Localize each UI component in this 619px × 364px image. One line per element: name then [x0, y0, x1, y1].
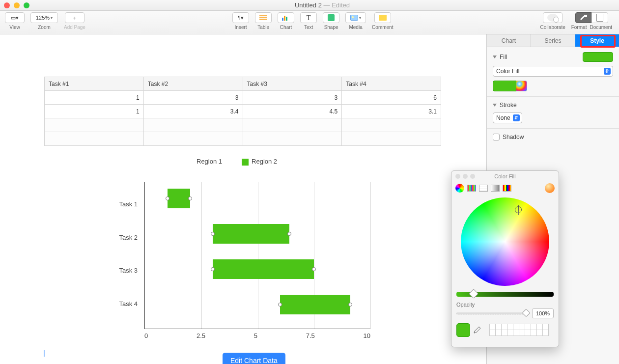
- disclosure-icon[interactable]: [493, 56, 497, 58]
- opacity-value-field[interactable]: 100%: [532, 308, 554, 318]
- cell[interactable]: [342, 132, 441, 146]
- fill-color-wheel-button[interactable]: [516, 81, 527, 91]
- add-page-button[interactable]: ＋: [65, 12, 84, 23]
- bar-handle[interactable]: [278, 303, 282, 307]
- format-label: Format: [571, 25, 587, 30]
- bar-handle[interactable]: [312, 267, 316, 271]
- document-label: Document: [590, 25, 612, 30]
- bar-task1[interactable]: [168, 189, 190, 208]
- bar-task3[interactable]: [213, 259, 314, 279]
- fill-type-select[interactable]: Color Fill ⇵: [493, 66, 613, 77]
- text-button[interactable]: T: [300, 12, 317, 23]
- image-mode-icon[interactable]: [491, 185, 500, 192]
- cell[interactable]: [243, 132, 342, 146]
- chevron-updown-icon: ⇵: [513, 114, 520, 121]
- y-tick: Task 3: [108, 267, 138, 274]
- color-wheel[interactable]: [461, 197, 549, 286]
- x-axis-labels: 0 2.5 5 7.5 10: [144, 332, 370, 339]
- document-button[interactable]: [591, 12, 608, 23]
- fill-color-swatch[interactable]: [493, 81, 516, 91]
- cell[interactable]: [45, 132, 144, 146]
- media-icon: [350, 15, 358, 21]
- cell[interactable]: 3: [243, 91, 342, 105]
- minimize-window-button[interactable]: [14, 2, 20, 8]
- palette-mode-icon[interactable]: [479, 185, 488, 192]
- collaborate-button[interactable]: [543, 12, 563, 23]
- chart-button[interactable]: [278, 12, 294, 23]
- x-tick: 0: [144, 332, 148, 339]
- tab-style[interactable]: Style: [575, 34, 619, 47]
- cell[interactable]: 3.4: [143, 105, 243, 118]
- shadow-section: Shadow: [487, 129, 619, 145]
- disclosure-icon[interactable]: [493, 104, 497, 107]
- edit-chart-data-button[interactable]: Edit Chart Data: [223, 353, 285, 364]
- shape-button[interactable]: [323, 12, 339, 23]
- bar-handle[interactable]: [211, 232, 215, 236]
- bar-handle[interactable]: [211, 267, 215, 271]
- cell[interactable]: [243, 118, 342, 132]
- format-button[interactable]: [575, 12, 592, 23]
- tab-chart[interactable]: Chart: [487, 34, 531, 47]
- insert-label: Insert: [235, 25, 247, 30]
- color-fill-popover[interactable]: Color Fill Opacity 100%: [451, 170, 559, 347]
- stroke-select[interactable]: None ⇵: [493, 112, 522, 123]
- table-button[interactable]: [255, 12, 272, 23]
- sliders-mode-icon[interactable]: [467, 185, 476, 192]
- zoom-select[interactable]: 125%▾: [30, 12, 58, 23]
- zoom-window-button[interactable]: [24, 2, 29, 8]
- col-header[interactable]: Task #4: [342, 77, 441, 91]
- cell[interactable]: 3: [143, 91, 243, 105]
- cell[interactable]: 3.1: [342, 105, 441, 118]
- cell[interactable]: 4.5: [243, 105, 342, 118]
- table-label: Table: [257, 25, 269, 30]
- document-canvas[interactable]: Task #1 Task #2 Task #3 Task #4 1 3 3 6 …: [0, 34, 486, 364]
- pencils-mode-icon[interactable]: [503, 185, 511, 192]
- brightness-slider[interactable]: [456, 292, 554, 297]
- bar-task2[interactable]: [213, 224, 289, 244]
- bar-task4[interactable]: [280, 295, 350, 314]
- zoom-icon[interactable]: [470, 174, 475, 179]
- gantt-chart[interactable]: Task 1 Task 2 Task 3 Task 4: [108, 177, 383, 349]
- comment-button[interactable]: [374, 12, 391, 23]
- legend-region2: Region 2: [242, 158, 277, 166]
- opacity-slider[interactable]: [456, 312, 529, 314]
- eyedropper-icon[interactable]: [473, 326, 481, 334]
- saved-swatches[interactable]: [490, 324, 554, 336]
- cell[interactable]: 1: [45, 91, 144, 105]
- cell[interactable]: [143, 118, 243, 132]
- insert-button[interactable]: ¶▾: [232, 12, 249, 23]
- close-icon[interactable]: [455, 174, 460, 179]
- bar-handle[interactable]: [287, 232, 291, 236]
- cell[interactable]: [45, 118, 144, 132]
- minimize-icon[interactable]: [463, 174, 468, 179]
- close-window-button[interactable]: [4, 2, 10, 8]
- cell[interactable]: [143, 132, 243, 146]
- comment-label: Comment: [372, 25, 393, 30]
- data-table[interactable]: Task #1 Task #2 Task #3 Task #4 1 3 3 6 …: [44, 77, 441, 146]
- cell[interactable]: 6: [342, 91, 441, 105]
- bar-handle[interactable]: [188, 196, 192, 200]
- col-header[interactable]: Task #3: [243, 77, 342, 91]
- titlebar: Untitled 2 — Edited: [0, 0, 619, 11]
- document-icon: [596, 14, 603, 22]
- cell[interactable]: 1: [45, 105, 144, 118]
- cell[interactable]: [342, 118, 441, 132]
- view-button[interactable]: ▭▾: [5, 12, 25, 23]
- comment-icon: [379, 15, 387, 21]
- edited-indicator: — Edited: [322, 1, 350, 9]
- slider-knob[interactable]: [522, 309, 531, 317]
- add-page-label: Add Page: [64, 25, 85, 30]
- slider-knob[interactable]: [469, 289, 478, 299]
- document-name: Untitled 2: [295, 1, 322, 9]
- large-swatch-icon[interactable]: [545, 183, 555, 193]
- wheel-reticle[interactable]: [515, 206, 522, 213]
- bar-handle[interactable]: [166, 196, 169, 200]
- wheel-mode-icon[interactable]: [455, 184, 464, 193]
- col-header[interactable]: Task #2: [143, 77, 243, 91]
- media-button[interactable]: ▾: [345, 12, 366, 23]
- bar-handle[interactable]: [348, 303, 352, 307]
- current-color-swatch[interactable]: [456, 323, 470, 337]
- tab-series[interactable]: Series: [531, 34, 575, 47]
- col-header[interactable]: Task #1: [45, 77, 144, 91]
- shadow-checkbox[interactable]: [493, 134, 500, 140]
